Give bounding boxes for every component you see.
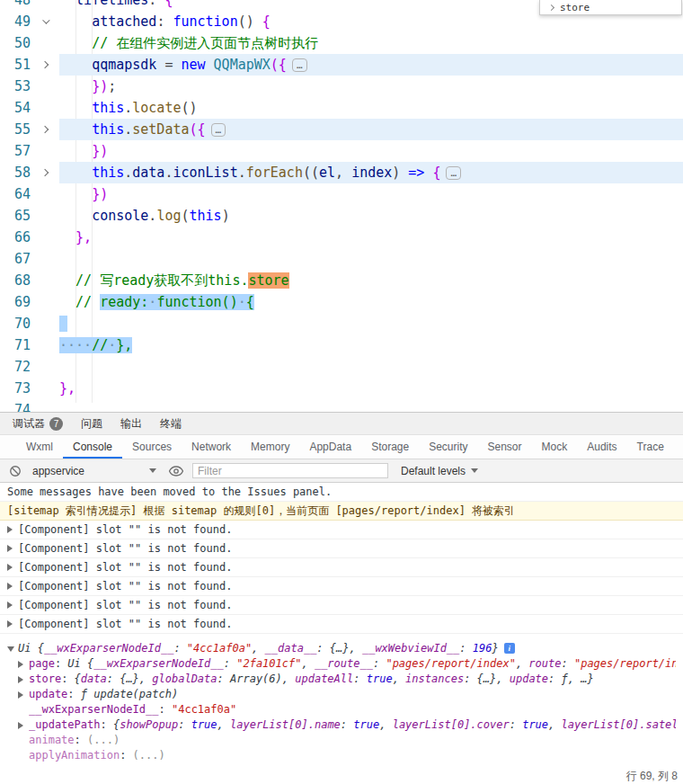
tab-trace[interactable]: Trace: [627, 435, 674, 459]
line-number[interactable]: 68: [0, 270, 31, 291]
code-line-66[interactable]: 66 },: [0, 227, 683, 248]
line-number[interactable]: 64: [0, 183, 31, 205]
line-number[interactable]: 48: [0, 0, 31, 11]
code-text[interactable]: // ready:·function()·{: [59, 291, 683, 313]
code-line-74[interactable]: 74: [0, 399, 683, 412]
line-number[interactable]: 57: [0, 140, 31, 162]
eye-icon[interactable]: [169, 466, 183, 477]
tab-audits[interactable]: Audits: [577, 435, 626, 459]
object-property-row[interactable]: _updatePath: {showPopup: true, layerList…: [18, 717, 676, 733]
code-line-69[interactable]: 69 // ready:·function()·{: [0, 291, 683, 313]
expand-triangle-icon[interactable]: [18, 656, 29, 672]
code-text[interactable]: }): [59, 183, 683, 205]
code-text[interactable]: [59, 248, 683, 270]
fold-collapse-icon[interactable]: [31, 11, 59, 32]
console-log-row[interactable]: [Component] slot "" is not found.: [0, 539, 683, 558]
code-text[interactable]: }): [59, 140, 683, 162]
fold-expand-icon[interactable]: [31, 119, 59, 140]
store-popup-label[interactable]: store: [560, 1, 590, 14]
debug-tab-3[interactable]: 输出: [111, 413, 151, 434]
tab-storage[interactable]: Storage: [361, 435, 419, 459]
code-line-58[interactable]: 58 this.data.iconList.forEach((el, index…: [0, 162, 683, 183]
object-summary-row[interactable]: Ui {__wxExparserNodeId__: "4cc1af0a", __…: [7, 641, 676, 656]
object-property-row[interactable]: __wxExparserNodeId__: "4cc1af0a": [18, 702, 676, 717]
console-log-row[interactable]: [Component] slot "" is not found.: [0, 521, 683, 539]
code-text[interactable]: [59, 399, 683, 412]
console-log-row[interactable]: [Component] slot "" is not found.: [0, 596, 683, 615]
expand-triangle-icon[interactable]: [18, 717, 29, 733]
code-line-73[interactable]: 73},: [0, 378, 683, 399]
object-property-row[interactable]: animate: (...): [18, 733, 676, 748]
debug-tab-1[interactable]: 调试器7: [4, 413, 72, 434]
code-line-50[interactable]: 50 // 在组件实例进入页面节点树时执行: [0, 32, 683, 54]
clear-console-icon[interactable]: [9, 465, 22, 477]
code-text[interactable]: qqmapsdk = new QQMapWX({…: [59, 54, 683, 76]
line-number[interactable]: 74: [0, 399, 31, 412]
code-line-57[interactable]: 57 }): [0, 140, 683, 162]
code-line-71[interactable]: 71····//·},: [0, 334, 683, 356]
code-text[interactable]: },: [59, 227, 683, 248]
code-text[interactable]: },: [59, 378, 683, 399]
line-number[interactable]: 66: [0, 227, 31, 248]
line-number[interactable]: 53: [0, 76, 31, 97]
expand-triangle-icon[interactable]: [7, 580, 18, 592]
info-icon[interactable]: i: [504, 643, 515, 654]
code-text[interactable]: });: [59, 76, 683, 97]
context-selector[interactable]: appservice: [32, 465, 156, 477]
tab-network[interactable]: Network: [182, 435, 241, 459]
line-number[interactable]: 55: [0, 119, 31, 140]
console-log-row[interactable]: [Component] slot "" is not found.: [0, 615, 683, 634]
debug-tab-2[interactable]: 问题: [72, 413, 111, 434]
code-line-55[interactable]: 55 this.setData({…: [0, 119, 683, 140]
fold-expand-icon[interactable]: [31, 54, 59, 76]
line-number[interactable]: 70: [0, 313, 31, 334]
tab-sensor[interactable]: Sensor: [478, 435, 532, 459]
expand-triangle-icon[interactable]: [7, 561, 18, 574]
object-property-row[interactable]: store: {data: {…}, globalData: Array(6),…: [18, 672, 676, 687]
tab-sources[interactable]: Sources: [122, 435, 182, 459]
line-number[interactable]: 67: [0, 248, 31, 270]
code-text[interactable]: [59, 313, 683, 334]
line-number[interactable]: 50: [0, 32, 31, 54]
tab-appdata[interactable]: AppData: [299, 435, 361, 459]
object-property-row[interactable]: page: Ui {__wxExparserNodeId__: "2fa101c…: [18, 656, 676, 672]
code-line-68[interactable]: 68 // 写ready获取不到this.store: [0, 270, 683, 291]
expand-triangle-icon[interactable]: [7, 542, 18, 555]
code-line-64[interactable]: 64 }): [0, 183, 683, 205]
line-number[interactable]: 65: [0, 205, 31, 227]
collapse-triangle-icon[interactable]: [7, 641, 18, 656]
line-number[interactable]: 51: [0, 54, 31, 76]
line-number[interactable]: 69: [0, 291, 31, 313]
code-line-53[interactable]: 53 });: [0, 76, 683, 97]
line-number[interactable]: 73: [0, 378, 31, 399]
tab-console[interactable]: Console: [63, 435, 122, 459]
line-number[interactable]: 49: [0, 11, 31, 32]
expand-triangle-icon[interactable]: [7, 523, 18, 536]
console-warning-row[interactable]: [sitemap 索引情况提示] 根据 sitemap 的规则[0]，当前页面 …: [0, 502, 683, 521]
folded-code-badge[interactable]: …: [211, 123, 226, 137]
fold-expand-icon[interactable]: [31, 162, 59, 183]
expand-triangle-icon[interactable]: [7, 599, 18, 611]
line-number[interactable]: 58: [0, 162, 31, 183]
log-levels-dropdown[interactable]: Default levels: [401, 465, 478, 477]
code-text[interactable]: // 在组件实例进入页面节点树时执行: [59, 32, 683, 54]
code-text[interactable]: this.setData({…: [59, 119, 683, 140]
code-text[interactable]: this.locate(): [59, 97, 683, 119]
code-line-54[interactable]: 54 this.locate(): [0, 97, 683, 119]
code-text[interactable]: ····//·},: [59, 334, 683, 356]
tab-memory[interactable]: Memory: [241, 435, 299, 459]
console-info-row[interactable]: Some messages have been moved to the Iss…: [0, 483, 683, 502]
code-line-72[interactable]: 72: [0, 356, 683, 378]
line-number[interactable]: 54: [0, 97, 31, 119]
code-text[interactable]: // 写ready获取不到this.store: [59, 270, 683, 291]
folded-code-badge[interactable]: …: [446, 166, 461, 180]
tab-mock[interactable]: Mock: [532, 435, 578, 459]
folded-code-badge[interactable]: …: [292, 58, 307, 72]
tab-security[interactable]: Security: [419, 435, 477, 459]
expand-triangle-icon[interactable]: [7, 618, 18, 630]
code-line-51[interactable]: 51 qqmapsdk = new QQMapWX({…: [0, 54, 683, 76]
line-number[interactable]: 72: [0, 356, 31, 378]
code-line-70[interactable]: 70: [0, 313, 683, 334]
object-property-row[interactable]: update: ƒ update(patch): [18, 687, 676, 702]
debug-tab-4[interactable]: 终端: [151, 413, 191, 434]
